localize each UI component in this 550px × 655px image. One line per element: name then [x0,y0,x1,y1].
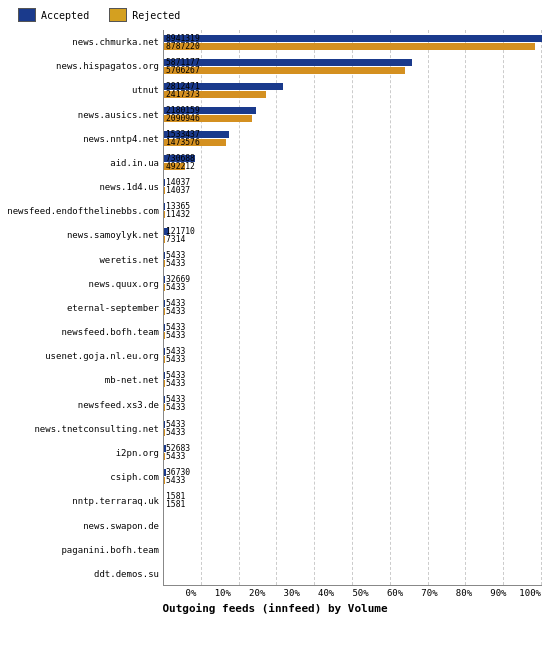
x-tick: 80% [439,588,473,598]
y-label: newsfeed.xs3.de [8,393,159,417]
bar-row [164,561,542,585]
y-label: csiph.com [8,465,159,489]
rejected-value: 2090946 [164,114,200,123]
rejected-bar-wrap: 2417373 [164,90,542,98]
rejected-bar-wrap: 5433 [164,452,542,460]
bar-row: 1217107314 [164,223,542,247]
rejected-bar: 8787220 [164,43,535,50]
bar-row: 15334371473576 [164,127,542,151]
y-label: aid.in.ua [8,151,159,175]
x-tick: 40% [301,588,335,598]
rejected-value: 8787220 [164,42,200,51]
rejected-bar-wrap [164,573,542,581]
accepted-bar: 8941319 [164,35,542,42]
x-tick: 10% [197,588,231,598]
bar-row: 367305433 [164,464,542,488]
accepted-bar: 121710 [164,228,169,235]
bar-row: 54335433 [164,247,542,271]
y-label: news.samoylyk.net [8,223,159,247]
bar-row: 54335433 [164,295,542,319]
rejected-bar-wrap: 5433 [164,404,542,412]
rejected-bar: 2090946 [164,115,252,122]
rejected-bar: 14037 [164,187,165,194]
rejected-bar-wrap: 492212 [164,163,542,171]
chart-area: news.chmurka.netnews.hispagatos.orgutnut… [8,30,542,615]
legend: Accepted Rejected [8,8,542,22]
bar-row: 730688492212 [164,151,542,175]
accepted-bar-wrap: 2180159 [164,106,542,114]
x-tick: 100% [508,588,542,598]
accepted-bar: 1533437 [164,131,229,138]
bar-row: 326695433 [164,271,542,295]
chart-inner: news.chmurka.netnews.hispagatos.orgutnut… [8,30,542,586]
bar-row: 28124712417373 [164,78,542,102]
bar-row: 54335433 [164,344,542,368]
rejected-value: 14037 [164,186,190,195]
bar-row [164,537,542,561]
accepted-bar-wrap: 5433 [164,348,542,356]
accepted-bar: 32669 [164,276,165,283]
rejected-bar-wrap: 11432 [164,211,542,219]
accepted-bar: 2180159 [164,107,256,114]
rejected-bar-wrap: 8787220 [164,42,542,50]
accepted-bar-wrap: 5433 [164,396,542,404]
y-label: nntp.terraraq.uk [8,489,159,513]
x-tick: 90% [473,588,507,598]
rejected-bar: 5706267 [164,67,405,74]
accepted-bar-wrap: 2812471 [164,82,542,90]
rejected-bar-wrap: 1473576 [164,139,542,147]
accepted-bar-wrap [164,517,542,525]
accepted-bar: 13365 [164,203,165,210]
accepted-bar-wrap [164,565,542,573]
y-labels: news.chmurka.netnews.hispagatos.orgutnut… [8,30,163,586]
bars-area: 8941319878722058711775706267281247124173… [163,30,542,586]
accepted-bar: 52683 [164,445,166,452]
accepted-bar-wrap [164,541,542,549]
y-label: weretis.net [8,248,159,272]
y-label: news.nntp4.net [8,127,159,151]
y-label: news.chmurka.net [8,30,159,54]
rejected-value: 5433 [164,379,185,388]
accepted-bar-wrap: 121710 [164,227,542,235]
y-label: mb-net.net [8,368,159,392]
accepted-bar-wrap: 52683 [164,444,542,452]
y-label: news.tnetconsulting.net [8,417,159,441]
rejected-bar-wrap: 2090946 [164,114,542,122]
y-label: news.1d4.us [8,175,159,199]
rejected-value: 5433 [164,331,185,340]
accepted-bar: 2812471 [164,83,283,90]
accepted-bar-wrap: 13365 [164,203,542,211]
rejected-value: 1581 [164,500,185,509]
accepted-bar: 730688 [164,155,195,162]
bar-row: 1336511432 [164,199,542,223]
rejected-bar-wrap: 5433 [164,283,542,291]
accepted-box [18,8,36,22]
accepted-label: Accepted [41,10,89,21]
bar-row: 54335433 [164,416,542,440]
x-tick: 60% [370,588,404,598]
rejected-value: 5433 [164,259,185,268]
y-label: newsfeed.bofh.team [8,320,159,344]
y-label: newsfeed.endofthelinebbs.com [8,199,159,223]
bar-row: 21801592090946 [164,102,542,126]
rejected-bar-wrap: 5433 [164,380,542,388]
rejected-bar-wrap: 5433 [164,356,542,364]
rejected-value: 5433 [164,283,185,292]
x-tick: 50% [335,588,369,598]
y-label: eternal-september [8,296,159,320]
rejected-value: 7314 [164,235,185,244]
y-label: paganini.bofh.team [8,538,159,562]
rejected-bar-wrap: 5433 [164,428,542,436]
legend-rejected: Rejected [109,8,180,22]
accepted-bar-wrap: 5433 [164,251,542,259]
x-tick: 30% [266,588,300,598]
accepted-bar-wrap: 5433 [164,299,542,307]
bar-row: 15811581 [164,488,542,512]
rejected-bar-wrap: 5433 [164,476,542,484]
rejected-value: 5433 [164,452,185,461]
rejected-value: 2417373 [164,90,200,99]
accepted-bar-wrap: 36730 [164,468,542,476]
accepted-bar-wrap: 1533437 [164,131,542,139]
y-label: ddt.demos.su [8,562,159,586]
y-label: utnut [8,78,159,102]
